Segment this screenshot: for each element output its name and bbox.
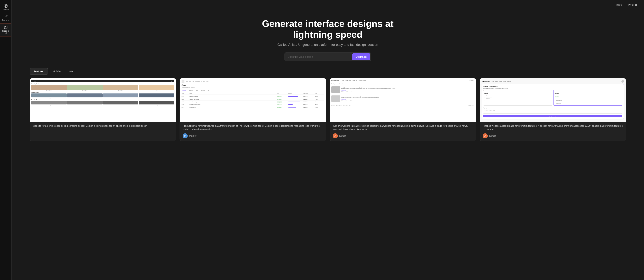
card-finance-news-author: A azvect: [333, 133, 473, 138]
card-jobs[interactable]: T Data CatalogJobsWorkspaceAIModelDocs J…: [180, 78, 326, 141]
card-finance-pro-avatar: A: [483, 133, 488, 138]
card-jobs-text: Product portal for unstructured data tra…: [183, 124, 323, 131]
card-finance-news-text: Turn this website into a more kinda soci…: [333, 124, 473, 131]
search-bar: Upgrade: [284, 52, 371, 61]
filter-tabs: Featured Mobile Web: [12, 68, 644, 78]
card-finance-pro-author: A azvect: [483, 133, 623, 138]
card-jobs-avatar: M: [183, 133, 188, 138]
card-finance-news-author-name: azvect: [339, 134, 346, 137]
sidebar-item-text-to-ui[interactable]: Text to UI: [0, 13, 12, 23]
pricing-link[interactable]: Pricing: [628, 3, 637, 6]
main-content: Blog Pricing Generate interface designs …: [12, 0, 644, 280]
sidebar-explore-label: Explore: [3, 9, 9, 11]
card-finance-news-avatar: A: [333, 133, 338, 138]
tab-featured[interactable]: Featured: [30, 68, 48, 74]
svg-marker-1: [5, 5, 6, 7]
compass-icon: [4, 4, 8, 8]
sidebar-item-image-to-ui[interactable]: Image to UI: [0, 23, 12, 36]
hero-subtitle: Galileo AI is a UI generation platform f…: [278, 43, 378, 47]
cards-grid: Camping Land Sign In Camping Food Mounta…: [12, 78, 644, 148]
card-camping-text: Website for an online shop selling campi…: [33, 124, 173, 128]
svg-point-3: [5, 26, 6, 27]
upgrade-button[interactable]: Upgrade: [352, 53, 370, 60]
sidebar: Explore Text to UI Image to UI: [0, 0, 12, 280]
card-finance-pro-desc: Finance website account page for premium…: [480, 122, 626, 141]
card-camping-preview: Camping Land Sign In Camping Food Mounta…: [30, 78, 176, 122]
blog-link[interactable]: Blog: [616, 3, 622, 6]
edit-icon: [4, 14, 8, 18]
sidebar-image-to-ui-label: Image to UI: [1, 30, 10, 34]
card-finance-pro-author-name: azvect: [489, 134, 496, 137]
card-finance-news-preview: She Finance HomeShared NewsContact UsUpc…: [330, 78, 476, 122]
sidebar-item-explore[interactable]: Explore: [0, 2, 12, 13]
card-camping-desc: Website for an online shop selling campi…: [30, 122, 176, 132]
card-jobs-preview: T Data CatalogJobsWorkspaceAIModelDocs J…: [180, 78, 326, 122]
card-finance-news[interactable]: She Finance HomeShared NewsContact UsUpc…: [330, 78, 476, 141]
tab-web[interactable]: Web: [65, 68, 78, 74]
card-camping[interactable]: Camping Land Sign In Camping Food Mounta…: [30, 78, 176, 141]
card-jobs-author-name: Marker: [189, 134, 196, 137]
card-finance-news-desc: Turn this website into a more kinda soci…: [330, 122, 476, 141]
card-jobs-desc: Product portal for unstructured data tra…: [180, 122, 326, 141]
card-finance-pro-preview: Finance Pro HomeMarketsNewsPortfolioWatc…: [480, 78, 626, 122]
card-finance-pro[interactable]: Finance Pro HomeMarketsNewsPortfolioWatc…: [480, 78, 626, 141]
tab-mobile[interactable]: Mobile: [49, 68, 64, 74]
sidebar-text-to-ui-label: Text to UI: [2, 19, 10, 21]
card-finance-pro-text: Finance website account page for premium…: [483, 124, 623, 131]
svg-point-0: [4, 4, 7, 7]
image-icon: [4, 25, 8, 29]
hero-section: Generate interface designs at lightning …: [12, 10, 644, 68]
search-input[interactable]: [285, 53, 351, 60]
card-jobs-author: M Marker: [183, 133, 323, 138]
hero-title: Generate interface designs at lightning …: [256, 18, 400, 40]
topnav: Blog Pricing: [12, 0, 644, 10]
